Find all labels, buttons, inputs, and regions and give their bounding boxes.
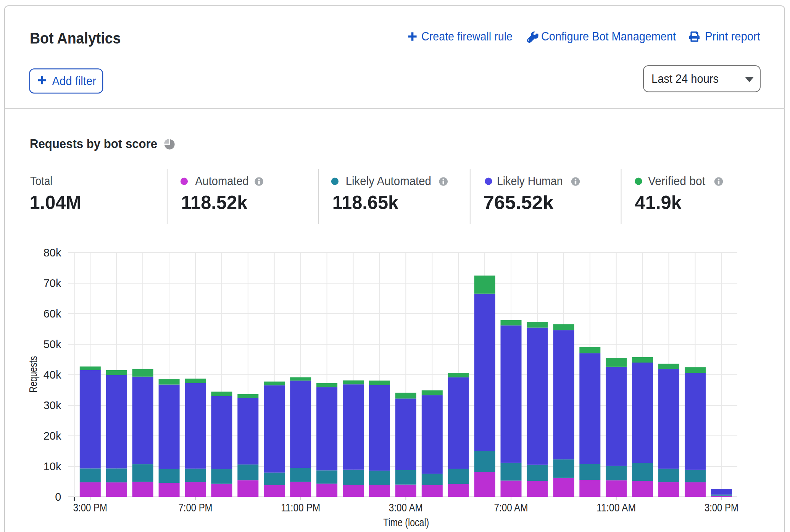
svg-text:Last 24 hours: Last 24 hours xyxy=(651,72,719,85)
svg-text:3:00 AM: 3:00 AM xyxy=(389,501,423,514)
svg-text:Bot Analytics: Bot Analytics xyxy=(30,29,121,47)
svg-text:30k: 30k xyxy=(44,399,61,411)
svg-text:1.04M: 1.04M xyxy=(30,192,82,213)
svg-text:10k: 10k xyxy=(44,460,61,472)
svg-text:Requests by bot score: Requests by bot score xyxy=(30,137,157,151)
svg-text:50k: 50k xyxy=(44,338,61,350)
svg-text:Configure Bot Management: Configure Bot Management xyxy=(541,30,676,43)
svg-text:Print report: Print report xyxy=(705,30,760,43)
svg-text:60k: 60k xyxy=(44,308,61,320)
svg-text:Likely Automated: Likely Automated xyxy=(346,174,431,188)
svg-text:Time (local): Time (local) xyxy=(383,516,429,529)
svg-text:41.9k: 41.9k xyxy=(635,192,682,213)
svg-text:Add filter: Add filter xyxy=(52,74,96,88)
svg-text:80k: 80k xyxy=(44,247,61,259)
svg-text:118.65k: 118.65k xyxy=(332,192,399,213)
svg-text:7:00 PM: 7:00 PM xyxy=(179,501,213,514)
svg-text:7:00 AM: 7:00 AM xyxy=(494,501,528,514)
svg-text:40k: 40k xyxy=(44,369,61,381)
svg-text:Total: Total xyxy=(30,174,53,188)
svg-text:70k: 70k xyxy=(44,277,61,289)
svg-text:Create firewall rule: Create firewall rule xyxy=(421,30,513,43)
svg-text:Likely Human: Likely Human xyxy=(497,174,563,188)
svg-text:Verified bot: Verified bot xyxy=(648,174,705,188)
svg-text:3:00 PM: 3:00 PM xyxy=(73,501,107,514)
svg-text:Requests: Requests xyxy=(27,356,39,393)
svg-text:20k: 20k xyxy=(44,430,61,442)
svg-text:0: 0 xyxy=(55,491,61,503)
svg-text:11:00 AM: 11:00 AM xyxy=(597,501,636,514)
svg-text:765.52k: 765.52k xyxy=(484,192,554,213)
svg-text:11:00 PM: 11:00 PM xyxy=(281,501,320,514)
svg-text:118.52k: 118.52k xyxy=(181,192,248,213)
svg-text:Automated: Automated xyxy=(195,174,249,188)
svg-text:3:00 PM: 3:00 PM xyxy=(705,501,738,514)
